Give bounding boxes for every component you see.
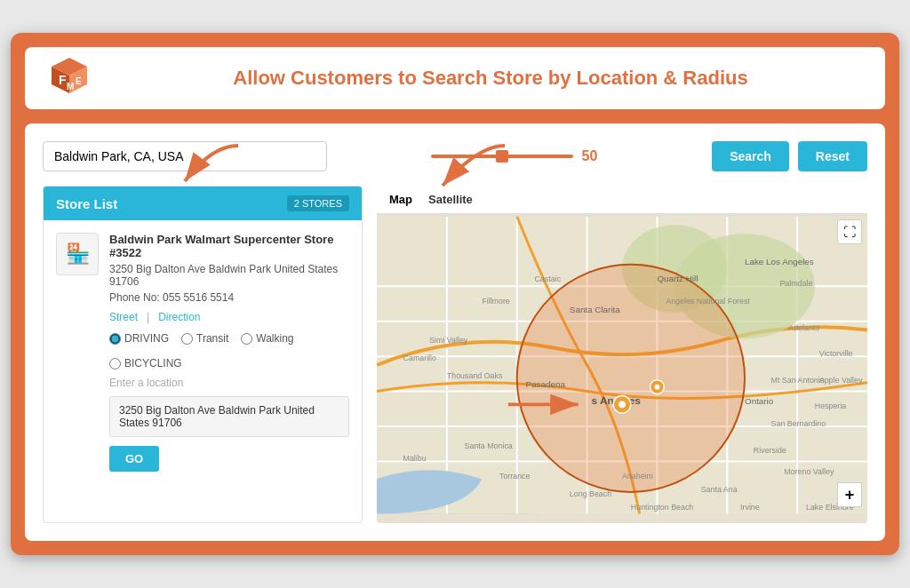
svg-point-57 xyxy=(619,401,626,408)
svg-text:E: E xyxy=(76,76,82,86)
svg-text:Camarillo: Camarillo xyxy=(403,354,436,362)
transit-label: Transit xyxy=(196,332,228,345)
store-info: Baldwin Park Walmart Supercenter Store #… xyxy=(109,233,349,472)
map-panel: Map Satellite xyxy=(377,186,867,523)
zoom-in-button[interactable]: + xyxy=(837,482,862,507)
map-area[interactable]: Quartz Hill Lake Los Angeles Palmdale Ad… xyxy=(377,214,867,516)
walking-label: Walking xyxy=(256,332,293,345)
transit-radio[interactable] xyxy=(181,333,193,345)
header: F M E Allow Customers to Search Store by… xyxy=(25,47,885,109)
svg-text:Pasadena: Pasadena xyxy=(526,379,566,389)
body-row: Store List 2 STORES 🏪 Baldwin Park Walma… xyxy=(43,186,867,523)
tab-map[interactable]: Map xyxy=(386,191,416,208)
main-content: 50 Search Reset xyxy=(25,123,885,541)
radius-value: 50 xyxy=(582,148,609,164)
bicycling-radio-label[interactable]: BICYCLING xyxy=(109,357,182,369)
radius-slider[interactable] xyxy=(431,155,573,158)
direction-link[interactable]: Direction xyxy=(158,311,200,323)
page-title: Allow Customers to Search Store by Locat… xyxy=(114,67,867,90)
store-address: 3250 Big Dalton Ave Baldwin Park United … xyxy=(109,263,349,288)
driving-radio[interactable] xyxy=(109,333,121,345)
slider-container: 50 xyxy=(336,148,703,164)
svg-text:Thousand Oaks: Thousand Oaks xyxy=(447,371,503,380)
location-hint: Enter a location xyxy=(109,377,349,389)
svg-text:Mt San Antonio: Mt San Antonio xyxy=(771,376,825,385)
walking-radio-label[interactable]: Walking xyxy=(241,332,293,345)
svg-text:Hesperia: Hesperia xyxy=(815,401,847,410)
svg-text:Santa Ana: Santa Ana xyxy=(701,485,738,494)
svg-text:Fillmore: Fillmore xyxy=(482,297,510,306)
location-input[interactable] xyxy=(43,141,327,171)
svg-text:Castaic: Castaic xyxy=(534,274,561,283)
store-links: Street | Direction xyxy=(109,311,349,323)
svg-text:Torrance: Torrance xyxy=(499,472,531,481)
svg-text:Palmdale: Palmdale xyxy=(779,279,812,288)
bicycling-label: BICYCLING xyxy=(124,357,182,369)
list-item: 🏪 Baldwin Park Walmart Supercenter Store… xyxy=(56,233,349,472)
street-link[interactable]: Street xyxy=(109,311,138,323)
transit-radio-label[interactable]: Transit xyxy=(181,332,228,345)
tab-satellite[interactable]: Satellite xyxy=(425,191,476,208)
zoom-controls: + xyxy=(837,482,862,507)
search-bar: 50 Search Reset xyxy=(43,141,867,171)
svg-text:San Bernardino: San Bernardino xyxy=(771,419,826,428)
store-list-title: Store List xyxy=(56,196,117,211)
outer-container: F M E Allow Customers to Search Store by… xyxy=(11,33,899,555)
svg-text:Angeles National Forest: Angeles National Forest xyxy=(666,297,750,306)
fullscreen-button[interactable]: ⛶ xyxy=(837,219,862,244)
store-list-header: Store List 2 STORES xyxy=(44,187,362,220)
svg-text:Simi Valley: Simi Valley xyxy=(429,336,468,345)
svg-text:Huntington Beach: Huntington Beach xyxy=(631,503,694,512)
svg-text:Santa Monica: Santa Monica xyxy=(465,441,513,450)
bicycling-radio[interactable] xyxy=(109,358,121,369)
search-button[interactable]: Search xyxy=(712,141,789,171)
svg-text:Lake Los Angeles: Lake Los Angeles xyxy=(745,257,814,266)
svg-text:Victorville: Victorville xyxy=(819,349,853,358)
store-name: Baldwin Park Walmart Supercenter Store #… xyxy=(109,233,349,259)
svg-text:Irvine: Irvine xyxy=(740,503,760,512)
driving-radio-label[interactable]: DRIVING xyxy=(109,332,169,345)
svg-text:Long Beach: Long Beach xyxy=(570,489,611,498)
svg-text:Quartz Hill: Quartz Hill xyxy=(657,274,698,283)
svg-text:Anaheim: Anaheim xyxy=(622,472,653,481)
store-list-body[interactable]: 🏪 Baldwin Park Walmart Supercenter Store… xyxy=(44,220,362,495)
fme-logo: F M E xyxy=(43,56,96,100)
store-list-panel: Store List 2 STORES 🏪 Baldwin Park Walma… xyxy=(43,186,363,523)
pipe-divider: | xyxy=(147,311,149,323)
svg-text:M: M xyxy=(67,82,74,91)
svg-text:Ontario: Ontario xyxy=(745,396,774,406)
destination-address: 3250 Big Dalton Ave Baldwin Park United … xyxy=(109,396,349,437)
svg-text:Moreno Valley: Moreno Valley xyxy=(784,467,834,476)
map-svg: Quartz Hill Lake Los Angeles Palmdale Ad… xyxy=(377,214,867,516)
svg-text:Adelanto: Adelanto xyxy=(788,323,819,332)
svg-text:Riverside: Riverside xyxy=(754,446,786,455)
store-icon: 🏪 xyxy=(56,233,99,275)
store-phone: Phone No: 055 5516 5514 xyxy=(109,291,349,304)
go-button[interactable]: GO xyxy=(109,446,159,472)
walking-radio[interactable] xyxy=(241,333,252,345)
travel-modes: DRIVING Transit Walking xyxy=(109,332,349,369)
store-count-badge: 2 STORES xyxy=(287,195,349,211)
svg-point-59 xyxy=(654,385,659,390)
svg-text:Apple Valley: Apple Valley xyxy=(819,376,863,385)
driving-label: DRIVING xyxy=(124,332,169,345)
svg-text:Santa Clarita: Santa Clarita xyxy=(570,305,620,314)
reset-button[interactable]: Reset xyxy=(798,141,867,171)
svg-text:F: F xyxy=(59,73,67,87)
svg-text:Malibu: Malibu xyxy=(403,454,427,463)
map-tabs: Map Satellite xyxy=(377,186,867,214)
